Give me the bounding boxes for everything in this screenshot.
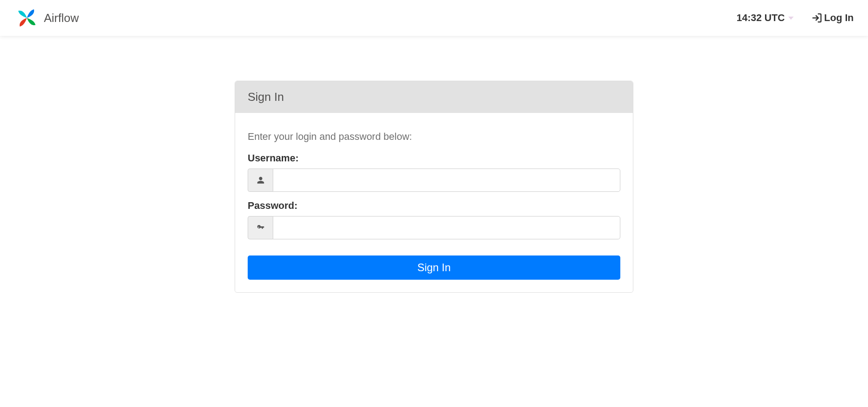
password-label: Password: [248, 200, 620, 212]
panel-title: Sign In [235, 81, 633, 113]
password-group: Password: [248, 200, 620, 239]
time-text: 14:32 UTC [736, 12, 785, 24]
password-input-group [248, 216, 620, 239]
panel-body: Enter your login and password below: Use… [235, 113, 633, 292]
airflow-logo-icon [14, 5, 39, 30]
caret-down-icon [788, 17, 794, 20]
signin-button[interactable]: Sign In [248, 255, 620, 280]
username-input-group [248, 169, 620, 192]
login-link[interactable]: Log In [812, 12, 854, 24]
username-group: Username: [248, 152, 620, 192]
navbar-right: 14:32 UTC Log In [736, 12, 854, 24]
user-icon [248, 169, 273, 192]
navbar: Airflow 14:32 UTC Log In [0, 0, 868, 36]
signin-panel: Sign In Enter your login and password be… [235, 81, 633, 293]
help-text: Enter your login and password below: [248, 131, 620, 143]
username-label: Username: [248, 152, 620, 164]
time-dropdown[interactable]: 14:32 UTC [736, 12, 794, 24]
login-link-text: Log In [824, 12, 854, 24]
brand-name: Airflow [44, 11, 79, 25]
login-icon [812, 13, 822, 23]
username-input[interactable] [273, 169, 620, 192]
password-input[interactable] [273, 216, 620, 239]
key-icon [248, 216, 273, 239]
navbar-brand[interactable]: Airflow [14, 5, 79, 30]
main-container: Sign In Enter your login and password be… [226, 81, 642, 293]
